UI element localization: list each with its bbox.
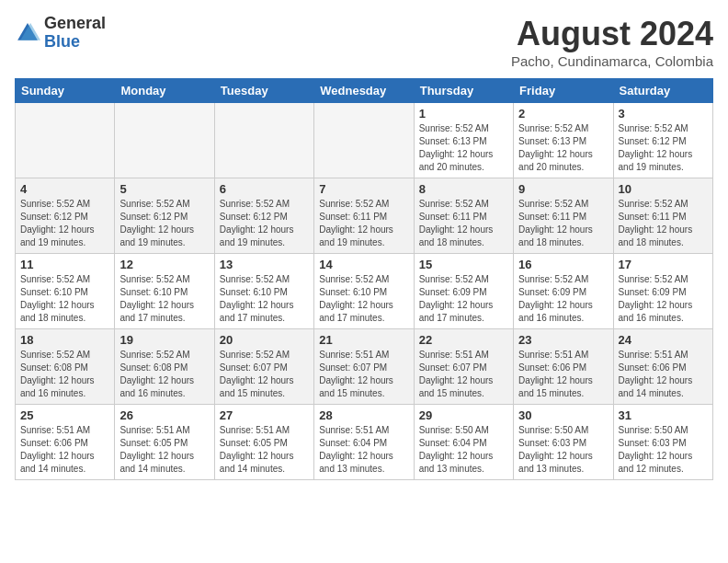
calendar-cell: 31Sunrise: 5:50 AM Sunset: 6:03 PM Dayli… (613, 405, 712, 480)
logo: General Blue (15, 15, 106, 52)
day-number: 7 (319, 182, 408, 196)
calendar-cell: 25Sunrise: 5:51 AM Sunset: 6:06 PM Dayli… (16, 405, 115, 480)
column-header-sunday: Sunday (16, 79, 115, 103)
day-info: Sunrise: 5:52 AM Sunset: 6:11 PM Dayligh… (319, 198, 408, 249)
day-number: 2 (518, 107, 608, 121)
column-header-monday: Monday (115, 79, 214, 103)
day-number: 13 (220, 258, 309, 271)
calendar-cell: 10Sunrise: 5:52 AM Sunset: 6:11 PM Dayli… (613, 178, 712, 254)
calendar-cell (16, 103, 115, 178)
day-info: Sunrise: 5:52 AM Sunset: 6:09 PM Dayligh… (518, 273, 608, 325)
calendar-cell: 9Sunrise: 5:52 AM Sunset: 6:11 PM Daylig… (514, 178, 613, 254)
day-number: 27 (220, 408, 309, 422)
calendar-cell: 18Sunrise: 5:52 AM Sunset: 6:08 PM Dayli… (16, 329, 115, 405)
day-info: Sunrise: 5:52 AM Sunset: 6:13 PM Dayligh… (518, 122, 608, 174)
column-header-saturday: Saturday (613, 79, 712, 103)
calendar-cell (115, 103, 214, 178)
calendar-cell: 13Sunrise: 5:52 AM Sunset: 6:10 PM Dayli… (214, 254, 313, 329)
day-number: 28 (319, 408, 408, 422)
day-info: Sunrise: 5:52 AM Sunset: 6:09 PM Dayligh… (619, 273, 708, 325)
day-info: Sunrise: 5:51 AM Sunset: 6:07 PM Dayligh… (319, 349, 408, 400)
day-info: Sunrise: 5:50 AM Sunset: 6:04 PM Dayligh… (419, 424, 508, 476)
day-info: Sunrise: 5:51 AM Sunset: 6:05 PM Dayligh… (119, 424, 209, 476)
calendar-cell: 26Sunrise: 5:51 AM Sunset: 6:05 PM Dayli… (115, 405, 214, 480)
day-number: 31 (619, 408, 708, 422)
day-info: Sunrise: 5:51 AM Sunset: 6:06 PM Dayligh… (518, 349, 608, 400)
day-number: 24 (619, 333, 708, 347)
calendar-cell: 12Sunrise: 5:52 AM Sunset: 6:10 PM Dayli… (115, 254, 214, 329)
day-number: 8 (419, 182, 508, 196)
calendar-cell: 7Sunrise: 5:52 AM Sunset: 6:11 PM Daylig… (314, 178, 414, 254)
day-number: 19 (119, 333, 209, 347)
calendar-cell: 15Sunrise: 5:52 AM Sunset: 6:09 PM Dayli… (414, 254, 513, 329)
calendar-cell: 16Sunrise: 5:52 AM Sunset: 6:09 PM Dayli… (514, 254, 613, 329)
day-info: Sunrise: 5:52 AM Sunset: 6:12 PM Dayligh… (619, 122, 708, 174)
calendar-table: SundayMondayTuesdayWednesdayThursdayFrid… (15, 78, 713, 480)
day-info: Sunrise: 5:52 AM Sunset: 6:10 PM Dayligh… (119, 273, 209, 325)
month-year-title: August 2024 (511, 15, 713, 53)
day-info: Sunrise: 5:51 AM Sunset: 6:06 PM Dayligh… (20, 424, 109, 476)
title-area: August 2024 Pacho, Cundinamarca, Colombi… (511, 15, 713, 69)
day-info: Sunrise: 5:50 AM Sunset: 6:03 PM Dayligh… (518, 424, 608, 476)
day-number: 15 (419, 258, 508, 271)
calendar-cell: 28Sunrise: 5:51 AM Sunset: 6:04 PM Dayli… (314, 405, 414, 480)
day-info: Sunrise: 5:52 AM Sunset: 6:11 PM Dayligh… (419, 198, 508, 249)
calendar-cell: 8Sunrise: 5:52 AM Sunset: 6:11 PM Daylig… (414, 178, 513, 254)
calendar-cell: 3Sunrise: 5:52 AM Sunset: 6:12 PM Daylig… (613, 103, 712, 178)
day-number: 6 (220, 182, 309, 196)
calendar-cell: 22Sunrise: 5:51 AM Sunset: 6:07 PM Dayli… (414, 329, 513, 405)
logo-blue-text: Blue (44, 33, 106, 52)
day-info: Sunrise: 5:52 AM Sunset: 6:10 PM Dayligh… (319, 273, 408, 325)
calendar-cell: 23Sunrise: 5:51 AM Sunset: 6:06 PM Dayli… (514, 329, 613, 405)
location-subtitle: Pacho, Cundinamarca, Colombia (511, 53, 713, 69)
day-number: 12 (119, 258, 209, 271)
calendar-cell: 17Sunrise: 5:52 AM Sunset: 6:09 PM Dayli… (613, 254, 712, 329)
day-info: Sunrise: 5:51 AM Sunset: 6:05 PM Dayligh… (220, 424, 309, 476)
day-number: 21 (319, 333, 408, 347)
day-info: Sunrise: 5:52 AM Sunset: 6:09 PM Dayligh… (419, 273, 508, 325)
day-number: 23 (518, 333, 608, 347)
calendar-cell: 21Sunrise: 5:51 AM Sunset: 6:07 PM Dayli… (314, 329, 414, 405)
day-info: Sunrise: 5:52 AM Sunset: 6:10 PM Dayligh… (20, 273, 109, 325)
day-info: Sunrise: 5:51 AM Sunset: 6:06 PM Dayligh… (619, 349, 708, 400)
calendar-cell: 1Sunrise: 5:52 AM Sunset: 6:13 PM Daylig… (414, 103, 513, 178)
calendar-week-row: 4Sunrise: 5:52 AM Sunset: 6:12 PM Daylig… (16, 178, 713, 254)
column-header-tuesday: Tuesday (214, 79, 313, 103)
calendar-cell: 20Sunrise: 5:52 AM Sunset: 6:07 PM Dayli… (214, 329, 313, 405)
calendar-week-row: 25Sunrise: 5:51 AM Sunset: 6:06 PM Dayli… (16, 405, 713, 480)
page-header: General Blue August 2024 Pacho, Cundinam… (15, 15, 713, 69)
calendar-cell (314, 103, 414, 178)
calendar-cell: 24Sunrise: 5:51 AM Sunset: 6:06 PM Dayli… (613, 329, 712, 405)
calendar-cell: 4Sunrise: 5:52 AM Sunset: 6:12 PM Daylig… (16, 178, 115, 254)
day-info: Sunrise: 5:52 AM Sunset: 6:08 PM Dayligh… (20, 349, 109, 400)
calendar-week-row: 18Sunrise: 5:52 AM Sunset: 6:08 PM Dayli… (16, 329, 713, 405)
day-number: 16 (518, 258, 608, 271)
day-number: 22 (419, 333, 508, 347)
day-number: 10 (619, 182, 708, 196)
day-number: 4 (20, 182, 109, 196)
calendar-cell: 2Sunrise: 5:52 AM Sunset: 6:13 PM Daylig… (514, 103, 613, 178)
logo-general-text: General (44, 15, 106, 33)
day-info: Sunrise: 5:52 AM Sunset: 6:11 PM Dayligh… (619, 198, 708, 249)
calendar-cell: 27Sunrise: 5:51 AM Sunset: 6:05 PM Dayli… (214, 405, 313, 480)
day-info: Sunrise: 5:52 AM Sunset: 6:08 PM Dayligh… (119, 349, 209, 400)
calendar-cell: 5Sunrise: 5:52 AM Sunset: 6:12 PM Daylig… (115, 178, 214, 254)
calendar-cell (214, 103, 313, 178)
calendar-cell: 14Sunrise: 5:52 AM Sunset: 6:10 PM Dayli… (314, 254, 414, 329)
day-number: 26 (119, 408, 209, 422)
day-number: 17 (619, 258, 708, 271)
day-number: 5 (119, 182, 209, 196)
calendar-week-row: 11Sunrise: 5:52 AM Sunset: 6:10 PM Dayli… (16, 254, 713, 329)
calendar-cell: 11Sunrise: 5:52 AM Sunset: 6:10 PM Dayli… (16, 254, 115, 329)
day-info: Sunrise: 5:51 AM Sunset: 6:04 PM Dayligh… (319, 424, 408, 476)
column-header-thursday: Thursday (414, 79, 513, 103)
day-number: 11 (20, 258, 109, 271)
day-number: 18 (20, 333, 109, 347)
calendar-week-row: 1Sunrise: 5:52 AM Sunset: 6:13 PM Daylig… (16, 103, 713, 178)
day-number: 9 (518, 182, 608, 196)
day-number: 3 (619, 107, 708, 121)
day-info: Sunrise: 5:52 AM Sunset: 6:11 PM Dayligh… (518, 198, 608, 249)
day-number: 29 (419, 408, 508, 422)
calendar-cell: 19Sunrise: 5:52 AM Sunset: 6:08 PM Dayli… (115, 329, 214, 405)
day-info: Sunrise: 5:51 AM Sunset: 6:07 PM Dayligh… (419, 349, 508, 400)
